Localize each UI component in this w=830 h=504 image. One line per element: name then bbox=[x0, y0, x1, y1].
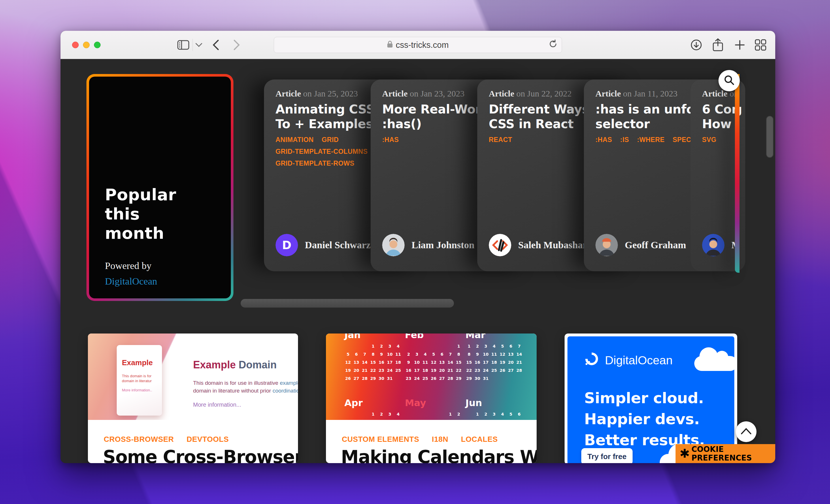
zoom-window-button[interactable] bbox=[94, 41, 101, 48]
minimize-window-button[interactable] bbox=[83, 41, 90, 48]
tag-link[interactable]: LOCALES bbox=[461, 435, 498, 444]
forward-button[interactable] bbox=[233, 39, 240, 51]
article-card-cross-browser[interactable]: Example This domain is fordomain in lite… bbox=[88, 334, 298, 463]
svg-text:D: D bbox=[282, 239, 291, 252]
lock-icon bbox=[387, 40, 393, 50]
page-content: Popular this month Powered by DigitalOce… bbox=[61, 59, 775, 463]
article-author[interactable]: Liam Johnston bbox=[382, 234, 474, 256]
search-button[interactable] bbox=[719, 70, 740, 91]
cookie-preferences-button[interactable]: ✱ COOKIE PREFERENCES bbox=[675, 444, 775, 463]
calendar-preview-image: Jan1234567891011121314151617181920212223… bbox=[326, 334, 537, 420]
try-for-free-button[interactable]: Try for free bbox=[581, 448, 633, 463]
scroll-to-top-button[interactable] bbox=[736, 421, 757, 442]
article-preview-image: Example This domain is fordomain in lite… bbox=[88, 334, 298, 420]
author-avatar bbox=[596, 234, 618, 256]
calendar-month: Feb1234567891011121314151617181920212223… bbox=[404, 334, 464, 382]
tag-link[interactable]: SVG bbox=[702, 136, 716, 144]
tab-overview-button[interactable] bbox=[755, 39, 767, 51]
chevron-up-icon bbox=[741, 428, 752, 436]
desktop: { "browser": { "url": "css-tricks.com" }… bbox=[0, 0, 830, 504]
tag-link[interactable]: :WHERE bbox=[637, 136, 665, 144]
tag-link[interactable]: GRID-TEMPLATE-COLUMNS bbox=[276, 148, 368, 156]
tag-link[interactable]: DEVTOOLS bbox=[187, 435, 229, 444]
browser-toolbar: css-tricks.com bbox=[61, 31, 775, 59]
calendar-month: Jun12345678910111213 bbox=[465, 397, 524, 420]
sidebar-toggle-icon[interactable] bbox=[177, 40, 189, 50]
article-author[interactable]: M bbox=[702, 234, 735, 256]
article-tags: CUSTOM ELEMENTSI18NLOCALES bbox=[342, 435, 498, 444]
tag-link[interactable]: I18N bbox=[432, 435, 448, 444]
asterisk-icon: ✱ bbox=[679, 447, 690, 460]
article-meta: Article on Jan 23, 2023 bbox=[382, 89, 465, 99]
back-button[interactable] bbox=[213, 39, 219, 51]
window-controls bbox=[72, 41, 101, 48]
powered-by-label: Powered by bbox=[105, 260, 151, 271]
author-avatar bbox=[489, 234, 511, 256]
digitalocean-logo-icon bbox=[584, 351, 599, 369]
tag-link[interactable]: ANIMATION bbox=[276, 136, 314, 144]
article-meta: Article on Jan 11, 2023 bbox=[596, 89, 677, 99]
url-text: css-tricks.com bbox=[396, 40, 449, 50]
article-author[interactable]: D Daniel Schwarz bbox=[276, 234, 371, 256]
tag-link[interactable]: :HAS bbox=[382, 136, 399, 144]
page-scrollbar[interactable] bbox=[766, 116, 773, 158]
digitalocean-ad-card[interactable]: DigitalOcean Simpler cloud. Happier devs… bbox=[565, 334, 737, 463]
search-icon bbox=[723, 74, 735, 87]
tag-link[interactable]: CUSTOM ELEMENTS bbox=[342, 435, 419, 444]
calendar-month: Apr123456789101112131415161718 bbox=[344, 397, 403, 420]
digitalocean-link[interactable]: DigitalOcean bbox=[105, 276, 157, 287]
cookie-preferences-label: COOKIE PREFERENCES bbox=[691, 445, 775, 462]
tag-link[interactable]: REACT bbox=[489, 136, 512, 144]
tag-link[interactable]: GRID bbox=[322, 136, 339, 144]
downloads-button[interactable] bbox=[690, 39, 702, 51]
chevron-down-icon[interactable] bbox=[195, 43, 202, 47]
digitalocean-brand: DigitalOcean bbox=[584, 351, 673, 369]
author-name: Saleh Mubashar bbox=[518, 240, 587, 250]
calendar-month: Jan1234567891011121314151617181920212223… bbox=[344, 334, 403, 382]
author-avatar bbox=[702, 234, 725, 256]
address-bar[interactable]: css-tricks.com bbox=[274, 37, 562, 53]
tag-link[interactable]: GRID-TEMPLATE-ROWS bbox=[276, 160, 354, 167]
article-meta: Article on Jun 22, 2022 bbox=[489, 89, 572, 99]
calendar-month: May12345678910111213141516 bbox=[404, 397, 464, 420]
tag-link[interactable]: :IS bbox=[620, 136, 629, 144]
article-title[interactable]: 6 Common SVG Fails (andHow to Fix Them) bbox=[702, 102, 735, 131]
article-meta: Article on Jan 25, 2023 bbox=[276, 89, 358, 99]
carousel-scrollbar[interactable] bbox=[241, 299, 454, 308]
author-name: Geoff Graham bbox=[625, 240, 686, 250]
tag-link[interactable]: :HAS bbox=[596, 136, 612, 144]
author-name: Liam Johnston bbox=[412, 240, 474, 250]
ad-headline: Simpler cloud. Happier devs. Better resu… bbox=[584, 388, 705, 451]
author-name: M bbox=[731, 240, 735, 250]
article-author[interactable]: Geoff Graham bbox=[596, 234, 686, 256]
popular-card-inner: Popular this month Powered by DigitalOce… bbox=[89, 77, 231, 298]
tag-link[interactable]: CROSS-BROWSER bbox=[104, 435, 174, 444]
calendar-month: Mar1234567891011121314151617181920212223… bbox=[465, 334, 524, 382]
article-tags: SVG bbox=[702, 136, 735, 144]
author-avatar bbox=[382, 234, 405, 256]
author-name: Daniel Schwarz bbox=[305, 240, 371, 250]
author-avatar: D bbox=[276, 234, 298, 256]
cloud-graphic bbox=[694, 356, 734, 371]
article-card-calendars[interactable]: Jan1234567891011121314151617181920212223… bbox=[326, 334, 537, 463]
article-tags: CROSS-BROWSERDEVTOOLS bbox=[104, 435, 229, 444]
popular-title: Popular this month bbox=[105, 185, 177, 243]
close-window-button[interactable] bbox=[72, 41, 79, 48]
new-tab-button[interactable] bbox=[734, 39, 745, 51]
article-title[interactable]: Some Cross-Browser bbox=[103, 446, 298, 463]
example-domain-preview: Example Domain This domain is for use in… bbox=[193, 359, 297, 408]
article-author[interactable]: Saleh Mubashar bbox=[489, 234, 587, 256]
article-title[interactable]: Making Calendars With bbox=[341, 446, 537, 463]
popular-this-month-card[interactable]: Popular this month Powered by DigitalOce… bbox=[87, 74, 233, 301]
carousel-article-card[interactable]: Article on6 Common SVG Fails (andHow to … bbox=[691, 79, 735, 271]
share-button[interactable] bbox=[712, 38, 723, 52]
browser-window: css-tricks.com Popular this month bbox=[61, 31, 775, 463]
reload-icon[interactable] bbox=[549, 40, 557, 51]
example-domain-mini-preview: Example This domain is fordomain in lite… bbox=[117, 345, 162, 415]
next-card-peek[interactable] bbox=[735, 74, 739, 273]
